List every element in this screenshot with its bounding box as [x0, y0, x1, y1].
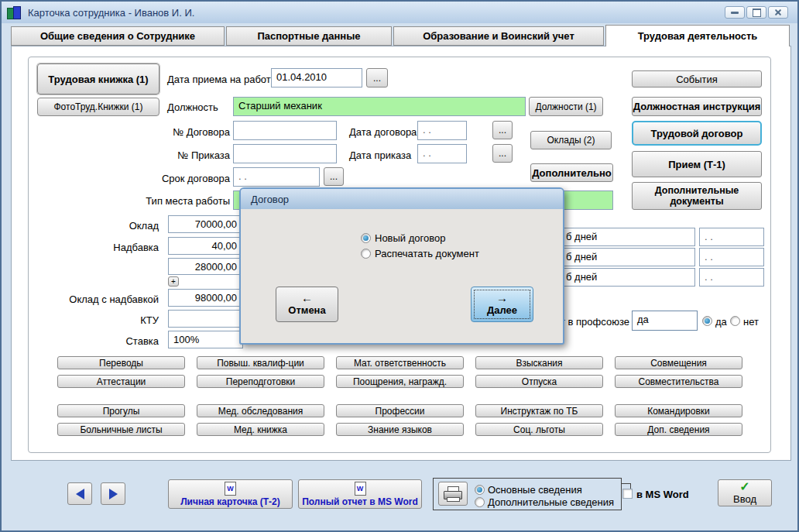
contract-date-field[interactable]: . .: [417, 121, 467, 140]
nav-prev-button[interactable]: [67, 482, 92, 505]
action-button[interactable]: Прогулы: [57, 404, 185, 417]
next-button[interactable]: → Далее: [471, 287, 533, 322]
order-no-field[interactable]: [233, 144, 337, 163]
enter-button[interactable]: ✓ Ввод: [718, 479, 772, 506]
action-button[interactable]: Больничные листы: [57, 423, 185, 436]
connector-line: [622, 483, 630, 484]
union-field[interactable]: да: [632, 311, 698, 331]
action-button[interactable]: Знание языков: [336, 423, 464, 436]
bonus-percent-field[interactable]: 40,00: [168, 237, 243, 255]
order-date-picker-button[interactable]: ...: [492, 144, 513, 163]
action-button[interactable]: Взыскания: [475, 356, 603, 369]
print-button[interactable]: [438, 482, 468, 506]
tab-education-military[interactable]: Образование и Воинский учет: [393, 26, 604, 46]
photo-book-button[interactable]: ФотоТруд.Книжки (1): [37, 98, 159, 116]
title-bar[interactable]: Карточка сотрудника - Иванов И. И.: [2, 2, 797, 23]
action-button[interactable]: Совмещения: [615, 356, 742, 369]
new-contract-label: Новый договор: [375, 232, 445, 244]
action-button[interactable]: Мед. обследования: [197, 404, 324, 417]
close-icon: [774, 9, 782, 16]
dialog-title: Договор: [251, 194, 289, 205]
union-no-radio[interactable]: [730, 316, 740, 326]
salaries-button[interactable]: Оклады (2): [530, 131, 612, 149]
positions-button[interactable]: Должности (1): [529, 97, 603, 116]
job-description-button[interactable]: Должностная инструкция: [632, 97, 762, 116]
contract-term-field[interactable]: . .: [233, 167, 320, 187]
bonus-label: Надбавка: [33, 242, 159, 253]
action-button[interactable]: Мед. книжка: [197, 423, 324, 436]
action-button[interactable]: Переводы: [57, 356, 185, 369]
union-yes-radio[interactable]: [702, 316, 712, 326]
salary-total-field[interactable]: 98000,00: [168, 289, 243, 307]
extra-documents-button[interactable]: Дополнительные документы: [632, 182, 762, 210]
action-button[interactable]: Совместительства: [615, 375, 742, 388]
work-book-button[interactable]: Трудовая книжка (1): [37, 63, 159, 94]
hiring-t1-button[interactable]: Прием (Т-1): [632, 151, 762, 177]
order-date-label: Дата приказа: [349, 149, 411, 161]
bonus-amount-field[interactable]: 28000,00: [168, 258, 243, 275]
msword-checkbox-label: в MS Word: [636, 489, 689, 500]
minimize-button[interactable]: [725, 6, 745, 19]
app-window: Карточка сотрудника - Иванов И. И. Общие…: [0, 0, 799, 532]
vacation-date-field[interactable]: . .: [699, 228, 764, 246]
ktu-label: КТУ: [33, 314, 159, 326]
salary-field[interactable]: 70000,00: [168, 215, 243, 233]
contract-dialog: Договор Новый договор Распечатать докуме…: [239, 187, 564, 345]
word-doc-icon: W: [355, 482, 366, 496]
rate-field[interactable]: 100%: [168, 331, 243, 348]
union-label: т в профсоюзе: [561, 316, 629, 328]
close-button[interactable]: [768, 6, 788, 19]
personal-card-t2-button[interactable]: W Личная карточка (Т-2): [168, 479, 293, 509]
action-button[interactable]: Мат. ответственность: [336, 356, 464, 369]
msword-checkbox[interactable]: [622, 489, 633, 499]
back-arrow-icon: ←: [301, 293, 313, 304]
cancel-button[interactable]: ← Отмена: [276, 287, 338, 322]
ktu-field[interactable]: [168, 310, 243, 328]
additional-info-label: Дополнительные сведения: [488, 496, 614, 508]
contract-no-field[interactable]: [233, 121, 337, 140]
app-books-icon: [6, 5, 22, 19]
tab-passport-data[interactable]: Паспортные данные: [226, 26, 392, 46]
print-document-radio[interactable]: [361, 249, 371, 259]
additional-button[interactable]: Дополнительно: [530, 163, 613, 182]
vacation-date-field[interactable]: . .: [699, 248, 764, 266]
dialog-title-bar[interactable]: Договор: [241, 189, 563, 209]
add-bonus-button[interactable]: +: [168, 276, 179, 287]
contract-term-picker-button[interactable]: ...: [324, 167, 344, 186]
hire-date-field[interactable]: 01.04.2010: [271, 68, 362, 88]
action-button[interactable]: Доп. сведения: [615, 423, 742, 436]
position-field[interactable]: Старший механик: [233, 97, 526, 116]
tab-work-activity[interactable]: Трудовая деятельность: [605, 25, 790, 46]
contract-date-label: Дата договора: [349, 126, 417, 138]
hire-date-picker-button[interactable]: ...: [366, 68, 388, 88]
action-button[interactable]: Переподготовки: [197, 375, 324, 388]
contract-date-picker-button[interactable]: ...: [492, 121, 513, 139]
rate-label: Ставка: [33, 335, 159, 347]
main-info-label: Основные сведения: [488, 484, 582, 496]
main-info-radio[interactable]: [475, 485, 485, 495]
tab-general-info[interactable]: Общие сведения о Сотруднике: [11, 26, 225, 46]
action-button[interactable]: Профессии: [336, 404, 464, 417]
events-button[interactable]: События: [632, 70, 762, 88]
labor-contract-button[interactable]: Трудовой договор: [632, 121, 762, 146]
restore-button[interactable]: [746, 6, 766, 19]
additional-info-radio[interactable]: [475, 497, 485, 507]
right-arrow-icon: [109, 489, 118, 499]
action-button[interactable]: Командировки: [615, 404, 742, 417]
action-button[interactable]: Повыш. квалиф-ции: [197, 356, 324, 369]
action-button[interactable]: Поощрения, награжд.: [336, 375, 464, 388]
contract-term-label: Срок договора: [125, 173, 230, 184]
action-button[interactable]: Аттестации: [57, 375, 185, 388]
nav-next-button[interactable]: [101, 482, 125, 505]
vacation-date-field[interactable]: . .: [699, 268, 764, 287]
order-date-field[interactable]: . .: [417, 144, 467, 163]
full-report-word-button[interactable]: W Полный отчет в MS Word: [298, 479, 422, 509]
action-button[interactable]: Отпуска: [475, 375, 603, 388]
print-document-label: Распечатать документ: [375, 248, 479, 259]
action-button[interactable]: Соц. льготы: [475, 423, 603, 436]
forward-arrow-icon: →: [496, 293, 508, 304]
action-button[interactable]: Инструктаж по ТБ: [475, 404, 603, 417]
new-contract-radio[interactable]: [361, 233, 371, 243]
order-no-label: № Приказа: [149, 149, 230, 161]
printer-icon: [444, 486, 462, 501]
